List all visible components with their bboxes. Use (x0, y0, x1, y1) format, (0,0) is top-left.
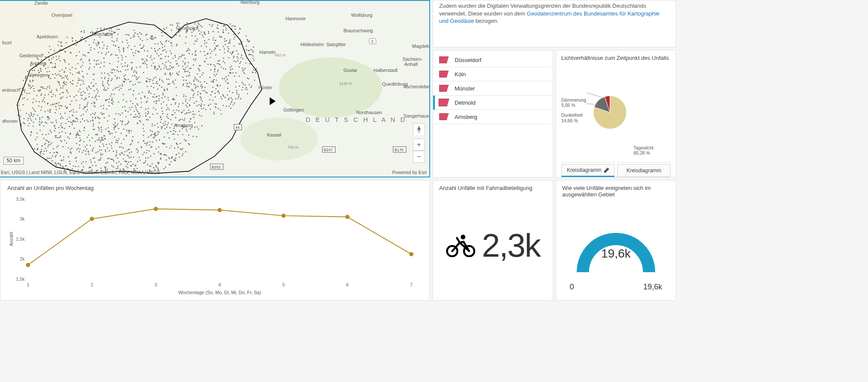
svg-point-1588 (172, 114, 173, 115)
svg-point-1958 (225, 44, 226, 45)
flag-icon (439, 85, 449, 92)
svg-point-541 (56, 137, 58, 138)
svg-point-1478 (118, 138, 120, 139)
svg-point-1244 (55, 106, 56, 107)
svg-point-267 (112, 103, 113, 105)
svg-point-1682 (83, 30, 85, 31)
svg-point-1526 (239, 32, 240, 33)
svg-point-1318 (254, 80, 255, 81)
region-item-düsseldorf[interactable]: Düsseldorf (433, 53, 553, 67)
svg-point-1103 (88, 151, 89, 152)
svg-point-1862 (86, 120, 88, 121)
svg-point-349 (164, 137, 165, 138)
svg-point-338 (59, 84, 61, 86)
svg-point-1811 (75, 158, 76, 159)
svg-point-700 (225, 81, 226, 82)
svg-point-69 (86, 109, 88, 111)
svg-point-1112 (82, 71, 83, 72)
svg-point-1135 (89, 87, 90, 88)
svg-point-1659 (212, 81, 213, 83)
svg-point-656 (204, 43, 205, 44)
map-canvas[interactable]: D E U T S C H L A N D ZwolleOverijsselAp… (0, 1, 429, 177)
svg-point-845 (100, 158, 102, 159)
region-item-münster[interactable]: Münster (433, 81, 553, 96)
svg-point-1320 (219, 64, 221, 65)
svg-point-974 (168, 157, 169, 158)
svg-point-1149 (222, 61, 224, 62)
svg-point-1520 (101, 127, 102, 128)
svg-point-536 (60, 165, 62, 166)
svg-point-1354 (194, 102, 195, 104)
svg-point-264 (246, 35, 247, 37)
svg-point-153 (197, 79, 198, 81)
map-panel[interactable]: D E U T S C H L A N D ZwolleOverijsselAp… (0, 0, 430, 177)
svg-point-1567 (58, 83, 60, 84)
svg-point-1592 (90, 50, 91, 51)
svg-point-929 (163, 94, 164, 96)
svg-point-584 (238, 94, 240, 96)
svg-point-1804 (133, 30, 135, 31)
svg-point-322 (218, 31, 219, 33)
svg-point-996 (171, 53, 172, 54)
svg-point-217 (65, 42, 67, 43)
svg-point-539 (166, 127, 167, 128)
svg-point-1693 (58, 132, 60, 134)
pie-tab-2[interactable]: Kreisdiagramm (617, 164, 671, 177)
region-item-detmold[interactable]: Detmold (433, 96, 553, 110)
svg-point-603 (90, 32, 91, 33)
svg-point-474 (65, 84, 67, 85)
svg-point-962 (230, 73, 231, 74)
svg-point-588 (122, 85, 123, 87)
svg-text:Wochentage (So, Mo, Di, Mi, Do: Wochentage (So, Mo, Di, Mi, Do, Fr, Sa) (178, 290, 261, 295)
svg-point-1472 (159, 66, 160, 68)
pie-tab-1[interactable]: Kreisdiagramm (561, 164, 615, 177)
svg-point-773 (183, 54, 185, 56)
svg-point-924 (105, 129, 107, 130)
svg-point-753 (219, 36, 220, 37)
map-compass-button[interactable] (413, 123, 425, 135)
svg-point-779 (135, 114, 136, 115)
svg-point-1754 (125, 110, 126, 111)
svg-point-468 (26, 113, 27, 114)
svg-point-1240 (178, 147, 179, 148)
svg-point-214 (157, 83, 158, 84)
svg-point-1500 (160, 154, 162, 155)
svg-point-529 (47, 157, 48, 158)
svg-point-1344 (235, 86, 237, 87)
svg-point-528 (49, 71, 50, 72)
svg-point-808 (94, 90, 95, 92)
svg-point-306 (146, 145, 148, 146)
svg-point-764 (155, 37, 156, 38)
svg-point-1025 (28, 93, 30, 94)
svg-point-192 (57, 81, 58, 82)
svg-point-442 (163, 168, 165, 170)
svg-point-212 (138, 142, 139, 143)
svg-point-1342 (45, 143, 46, 144)
svg-point-1237 (82, 152, 83, 153)
svg-text:Zwolle: Zwolle (34, 1, 48, 6)
svg-point-1870 (230, 52, 231, 53)
map-play-button[interactable] (270, 97, 276, 105)
region-item-köln[interactable]: Köln (433, 67, 553, 81)
svg-point-343 (154, 101, 155, 102)
svg-point-652 (71, 147, 72, 149)
svg-point-510 (130, 89, 131, 90)
svg-point-1817 (135, 117, 136, 118)
svg-point-1461 (142, 40, 143, 41)
svg-point-1000 (107, 121, 108, 122)
map-zoom-in-button[interactable]: + (413, 139, 425, 151)
svg-point-567 (102, 84, 104, 86)
map-zoom-out-button[interactable]: − (413, 151, 425, 163)
svg-point-867 (94, 114, 95, 115)
svg-point-1282 (108, 80, 109, 81)
svg-point-1451 (117, 66, 118, 68)
region-item-arnsberg[interactable]: Arnsberg (433, 110, 553, 124)
svg-point-348 (105, 163, 107, 164)
svg-point-1311 (108, 88, 109, 89)
svg-point-1757 (34, 111, 36, 112)
svg-point-279 (52, 122, 53, 123)
svg-point-272 (159, 85, 160, 86)
svg-point-1375 (163, 67, 165, 68)
svg-point-863 (132, 67, 133, 68)
svg-point-609 (55, 155, 57, 156)
